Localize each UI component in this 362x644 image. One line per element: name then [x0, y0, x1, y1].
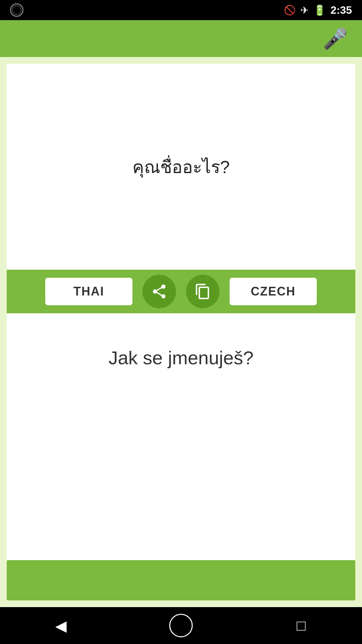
- nav-bar: ◀ □: [0, 607, 362, 644]
- copy-icon: [194, 283, 211, 300]
- status-bar-right: 🚫 ✈ 🔋 2:35: [284, 4, 352, 16]
- home-button[interactable]: [169, 614, 193, 637]
- toolbar: 🎤: [0, 20, 362, 57]
- back-button[interactable]: ◀: [48, 612, 74, 639]
- signal-icon: [10, 3, 23, 17]
- airplane-icon: ✈: [300, 4, 309, 16]
- language-bar: THAI CZECH: [7, 270, 355, 313]
- target-panel[interactable]: Jak se jmenuješ?: [7, 313, 355, 560]
- target-text: Jak se jmenuješ?: [95, 333, 267, 382]
- copy-button[interactable]: [186, 275, 220, 308]
- mic-button[interactable]: 🎤: [322, 25, 349, 52]
- no-signal-icon: 🚫: [284, 5, 296, 16]
- bottom-action-bar: [7, 560, 355, 600]
- status-time: 2:35: [330, 4, 352, 16]
- share-icon: [151, 283, 168, 300]
- source-panel[interactable]: คุณชื่ออะไร?: [7, 64, 355, 270]
- share-button[interactable]: [142, 275, 176, 308]
- source-language-button[interactable]: THAI: [45, 278, 132, 305]
- status-bar-left: [10, 3, 23, 17]
- battery-icon: 🔋: [313, 4, 326, 16]
- source-text: คุณชื่ออะไร?: [119, 140, 243, 194]
- target-language-button[interactable]: CZECH: [230, 278, 317, 305]
- status-bar: 🚫 ✈ 🔋 2:35: [0, 0, 362, 20]
- recent-button[interactable]: □: [288, 612, 314, 639]
- main-content: คุณชื่ออะไร? THAI CZECH Jak se jmenuješ?: [0, 57, 362, 607]
